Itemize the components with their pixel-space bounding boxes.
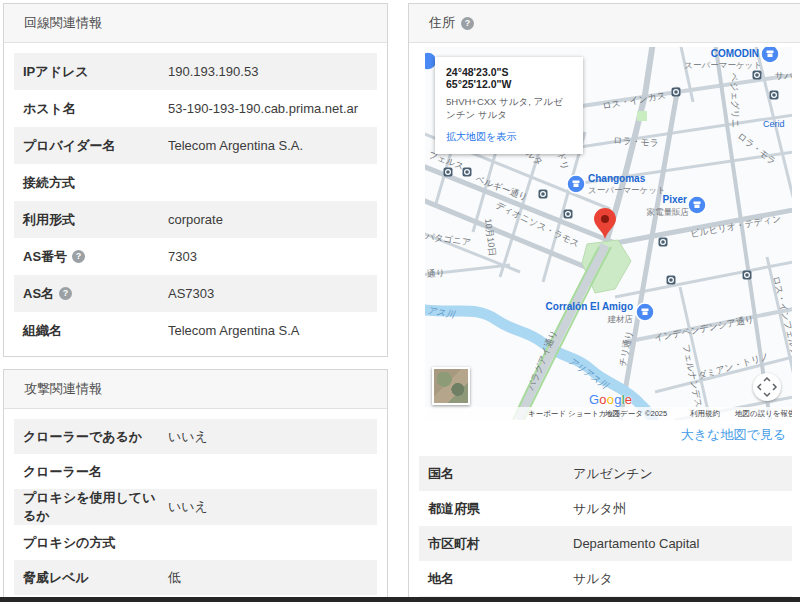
street-label: サバ [775, 71, 792, 81]
poi-name: Changomas [588, 173, 646, 184]
pan-control[interactable] [753, 373, 781, 401]
coordinates-text: 24°48'23.0"S 65°25'12.0"W [446, 66, 572, 90]
google-logo-letter: o [599, 392, 606, 407]
poi-subtitle: 家電量販店 [647, 207, 690, 217]
row-value: 53-190-193-190.cab.prima.net.ar [168, 101, 368, 116]
row-value: AS7303 [168, 286, 368, 301]
info-row: 脅威レベル低 [14, 560, 377, 595]
transit-stop-icon[interactable] [770, 91, 779, 100]
row-label: AS番号? [23, 248, 168, 266]
row-label: 脅威レベル [23, 569, 168, 587]
attack-info-rows: クローラーであるかいいえクローラー名プロキシを使用しているかいいえプロキシの方式… [4, 409, 387, 595]
row-value: Departamento Capital [573, 536, 783, 551]
info-row: 利用形式corporate [14, 201, 377, 238]
row-value: サルタ州 [573, 500, 783, 518]
help-icon[interactable]: ? [72, 250, 85, 263]
row-value: corporate [168, 212, 368, 227]
help-icon[interactable]: ? [461, 17, 474, 30]
info-row: クローラーであるかいいえ [14, 419, 377, 454]
bottom-edge-bar [0, 597, 800, 602]
line-info-rows: IPアドレス190.193.190.53ホスト名53-190-193-190.c… [4, 43, 387, 349]
attack-info-title: 攻撃関連情報 [24, 370, 102, 408]
info-row: プロバイダー名Telecom Argentina S.A. [14, 127, 377, 164]
google-logo-letter: g [614, 392, 621, 407]
info-row: AS名?AS7303 [14, 275, 377, 312]
terms-link[interactable]: 利用規約 [690, 409, 720, 419]
transit-stop-icon[interactable] [672, 88, 681, 97]
transit-stop-icon[interactable] [659, 238, 668, 247]
info-row: 市区町村Departamento Capital [419, 526, 792, 561]
line-info-header: 回線関連情報 [4, 4, 387, 43]
row-value: 低 [168, 569, 368, 587]
info-row: クローラー名 [14, 454, 377, 489]
transit-stop-icon[interactable] [753, 71, 762, 80]
view-bigger-map-row: 大きな地図で見る [425, 424, 786, 446]
line-info-title: 回線関連情報 [24, 4, 102, 42]
row-value: 190.193.190.53 [168, 64, 368, 79]
poi-name: Pixer [663, 194, 688, 205]
street-label: Cerid [763, 119, 785, 129]
google-logo[interactable]: Google [589, 392, 632, 407]
row-label: クローラー名 [23, 463, 168, 481]
attack-info-card: 攻撃関連情報 クローラーであるかいいえクローラー名プロキシを使用しているかいいえ… [3, 369, 388, 602]
poi-name: Corralón El Amigo [546, 301, 633, 312]
view-bigger-map-link[interactable]: 大きな地図で見る [681, 427, 786, 442]
row-label: 都道府県 [428, 500, 573, 518]
transit-stop-icon[interactable] [539, 190, 548, 199]
info-row: AS番号?7303 [14, 238, 377, 275]
pan-arrows-icon [753, 373, 781, 401]
attack-info-header: 攻撃関連情報 [4, 370, 387, 409]
transit-stop-icon[interactable] [444, 168, 453, 177]
info-row: プロキシを使用しているかいいえ [14, 489, 377, 525]
google-logo-letter: G [589, 392, 599, 407]
satellite-toggle-thumbnail[interactable] [432, 367, 470, 405]
row-label: 組織名 [23, 322, 168, 340]
line-info-card: 回線関連情報 IPアドレス190.193.190.53ホスト名53-190-19… [3, 3, 388, 357]
address-title: 住所 [429, 4, 455, 42]
row-value: Telecom Argentina S.A. [168, 138, 368, 153]
info-row: IPアドレス190.193.190.53 [14, 53, 377, 90]
row-label: プロキシの方式 [23, 534, 168, 552]
transit-stop-icon[interactable] [463, 168, 472, 177]
transit-stop-icon[interactable] [667, 276, 676, 285]
map-attribution-bar: キーボード ショートカット 地図データ ©2025 利用規約 地図の誤りを報告す… [425, 407, 792, 420]
row-label: AS名? [23, 285, 168, 303]
report-map-error-link[interactable]: 地図の誤りを報告する [735, 409, 792, 419]
row-value: いいえ [168, 498, 368, 516]
row-label: ホスト名 [23, 100, 168, 118]
address-rows: 国名アルゼンチン都道府県サルタ州市区町村Departamento Capital… [409, 446, 800, 596]
row-value: いいえ [168, 428, 368, 446]
street-label: ペジェグリニ [729, 73, 741, 129]
map-park-square [637, 111, 647, 121]
view-larger-map-link[interactable]: 拡大地図を表示 [446, 130, 572, 144]
street-label: 通り [426, 267, 445, 279]
row-value: アルゼンチン [573, 465, 783, 483]
google-logo-letter: e [625, 392, 632, 407]
row-label: 市区町村 [428, 535, 573, 553]
info-row: 地名サルタ [419, 561, 792, 596]
google-map-embed[interactable]: ロス・インカスロラ・モラロラ・モラサバペジェグリニCeridフェルスサポルタラマ… [425, 47, 792, 420]
info-row: ホスト名53-190-193-190.cab.prima.net.ar [14, 90, 377, 127]
transit-stop-icon[interactable] [564, 210, 573, 219]
map-info-card: 24°48'23.0"S 65°25'12.0"W 5HVH+CXX サルタ, … [435, 57, 583, 154]
row-label: プロバイダー名 [23, 137, 168, 155]
poi-subtitle: スーパーマーケット [588, 185, 666, 195]
info-row: 都道府県サルタ州 [419, 491, 792, 526]
row-label: IPアドレス [23, 63, 168, 81]
poi-subtitle: スーパーマーケット [684, 60, 762, 70]
address-card: 住所 ? [408, 3, 800, 602]
row-value: Telecom Argentina S.A [168, 323, 368, 338]
help-icon[interactable]: ? [59, 287, 72, 300]
row-label: クローラーであるか [23, 428, 168, 446]
address-header: 住所 ? [409, 4, 800, 43]
row-label: 接続方式 [23, 174, 168, 192]
poi-subtitle: 建材店 [607, 314, 634, 324]
info-row: 組織名Telecom Argentina S.A [14, 312, 377, 349]
transit-stop-icon[interactable] [743, 271, 752, 280]
map-data-attribution: 地図データ ©2025 [605, 409, 667, 419]
info-row: 国名アルゼンチン [419, 456, 792, 491]
info-row: 接続方式 [14, 164, 377, 201]
poi-name: COMODIN [711, 48, 759, 59]
row-value: サルタ [573, 570, 783, 588]
row-label: プロキシを使用しているか [23, 489, 168, 525]
